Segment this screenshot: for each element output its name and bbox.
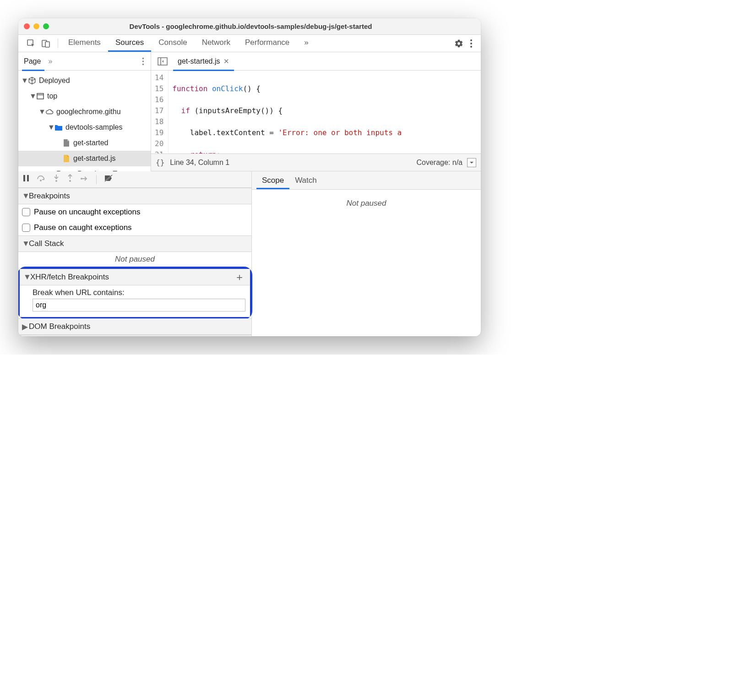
deactivate-breakpoints-icon[interactable] <box>104 174 113 185</box>
file-icon <box>62 139 71 147</box>
pretty-print-icon[interactable]: {} <box>156 158 164 167</box>
scope-panel: Scope Watch Not paused <box>252 171 481 336</box>
add-xhr-breakpoint-icon[interactable]: ＋ <box>234 270 246 284</box>
tab-scope[interactable]: Scope <box>256 173 289 189</box>
file-tree: ▼ Deployed ▼ top ▼ googlechrome.githu ▼ <box>18 71 151 171</box>
step-into-icon[interactable] <box>53 174 60 185</box>
devtools-window: DevTools - googlechrome.github.io/devtoo… <box>18 18 481 336</box>
pause-uncaught-row[interactable]: Pause on uncaught exceptions <box>18 204 251 220</box>
tree-top[interactable]: ▼ top <box>18 88 151 104</box>
callstack-not-paused: Not paused <box>18 252 251 268</box>
navigator-kebab-icon[interactable] <box>139 57 147 66</box>
pause-caught-row[interactable]: Pause on caught exceptions <box>18 220 251 235</box>
editor-tab[interactable]: get-started.js ✕ <box>173 53 234 71</box>
tree-domain[interactable]: ▼ googlechrome.githu <box>18 104 151 120</box>
navigator-tab-page[interactable]: Page <box>22 53 44 71</box>
editor-footer: {} Line 34, Column 1 Coverage: n/a <box>151 153 481 171</box>
checkbox[interactable] <box>22 208 30 216</box>
svg-point-8 <box>142 63 144 65</box>
svg-point-16 <box>55 180 57 182</box>
gear-icon[interactable] <box>454 39 463 48</box>
toggle-navigator-icon[interactable] <box>155 57 170 66</box>
tab-sources[interactable]: Sources <box>108 35 151 52</box>
box-icon <box>28 77 36 85</box>
titlebar: DevTools - googlechrome.github.io/devtoo… <box>18 18 481 35</box>
section-xhr-breakpoints[interactable]: ▼XHR/fetch Breakpoints ＋ <box>20 269 250 285</box>
svg-rect-13 <box>23 175 25 181</box>
svg-rect-2 <box>45 42 49 47</box>
editor-header: get-started.js ✕ <box>151 52 481 71</box>
code-editor[interactable]: 141516171819202122 function onClick() { … <box>151 71 481 153</box>
more-tabs[interactable]: » <box>297 35 316 52</box>
debugger-toolbar <box>18 171 251 188</box>
tab-console[interactable]: Console <box>151 35 194 52</box>
device-toggle-icon[interactable] <box>41 39 50 48</box>
frame-icon <box>36 92 44 100</box>
xhr-highlight: ▼XHR/fetch Breakpoints ＋ Break when URL … <box>18 267 252 319</box>
svg-point-3 <box>470 39 472 41</box>
code-content: function onClick() { if (inputsAreEmpty(… <box>169 71 405 153</box>
window-title: DevTools - googlechrome.github.io/devtoo… <box>49 22 475 30</box>
coverage-label: Coverage: n/a <box>416 159 462 167</box>
tab-elements[interactable]: Elements <box>61 35 108 52</box>
navigator-more[interactable]: » <box>48 57 52 66</box>
close-tab-icon[interactable]: ✕ <box>223 57 229 66</box>
show-details-icon[interactable] <box>467 158 476 167</box>
navigator-header: Page » <box>18 52 151 71</box>
svg-point-5 <box>470 46 472 48</box>
tree-file-js[interactable]: get-started.js <box>18 151 151 166</box>
traffic-lights <box>24 23 49 29</box>
section-breakpoints[interactable]: ▼Breakpoints <box>18 188 251 204</box>
step-over-icon[interactable] <box>37 175 46 184</box>
checkbox[interactable] <box>22 224 30 232</box>
js-file-icon <box>62 154 71 163</box>
minimize-window-button[interactable] <box>33 23 39 29</box>
folder-icon <box>54 123 63 131</box>
step-icon[interactable] <box>81 175 89 184</box>
svg-rect-14 <box>27 175 29 181</box>
section-dom-breakpoints[interactable]: ▶DOM Breakpoints <box>18 318 251 335</box>
svg-point-4 <box>470 43 472 44</box>
svg-point-17 <box>69 180 71 182</box>
xhr-url-input[interactable] <box>33 299 245 312</box>
section-call-stack[interactable]: ▼Call Stack <box>18 235 251 252</box>
tree-react-ext[interactable]: ▶ React Developer To <box>18 166 151 171</box>
close-window-button[interactable] <box>24 23 30 29</box>
main-tabs-row: Elements Sources Console Network Perform… <box>18 35 481 52</box>
tab-watch[interactable]: Watch <box>289 173 322 189</box>
svg-point-15 <box>40 180 42 181</box>
tab-performance[interactable]: Performance <box>238 35 297 52</box>
line-gutter: 141516171819202122 <box>151 71 169 153</box>
svg-rect-9 <box>37 93 44 99</box>
section-global-listeners[interactable]: ▶Global Listeners <box>18 335 251 336</box>
maximize-window-button[interactable] <box>43 23 49 29</box>
pause-icon[interactable] <box>23 175 29 184</box>
main-tabs: Elements Sources Console Network Perform… <box>61 35 316 52</box>
tree-folder[interactable]: ▼ devtools-samples <box>18 120 151 135</box>
svg-point-7 <box>142 60 144 62</box>
tree-file-html[interactable]: get-started <box>18 135 151 151</box>
scope-not-paused: Not paused <box>252 190 481 336</box>
step-out-icon[interactable] <box>67 174 73 185</box>
cursor-position: Line 34, Column 1 <box>170 159 229 167</box>
inspect-icon[interactable] <box>27 39 36 48</box>
cloud-icon <box>45 108 54 116</box>
xhr-input-label: Break when URL contains: <box>33 288 245 297</box>
tab-network[interactable]: Network <box>195 35 238 52</box>
tree-deployed[interactable]: ▼ Deployed <box>18 73 151 88</box>
scope-tabs: Scope Watch <box>252 171 481 190</box>
debugger-panel: ▼Breakpoints Pause on uncaught exception… <box>18 171 252 336</box>
svg-point-18 <box>81 178 82 180</box>
svg-point-6 <box>142 57 144 59</box>
kebab-icon[interactable] <box>470 39 473 48</box>
